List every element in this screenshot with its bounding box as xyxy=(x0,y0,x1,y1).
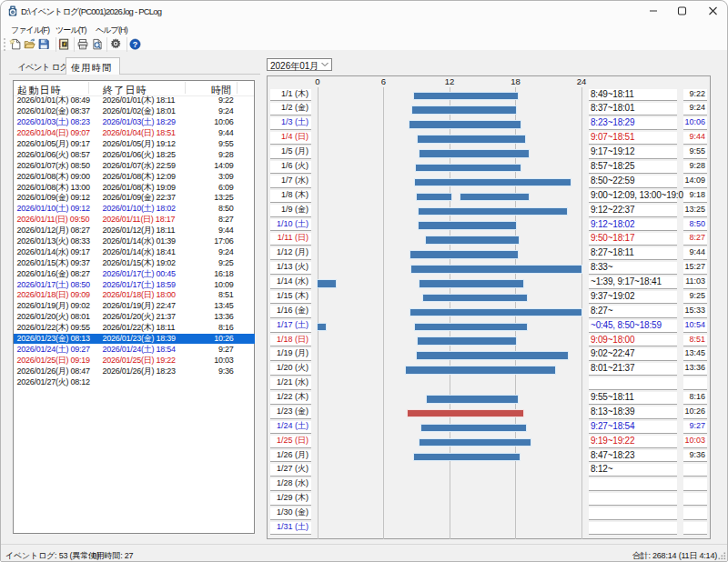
svg-text:?: ? xyxy=(133,40,137,49)
